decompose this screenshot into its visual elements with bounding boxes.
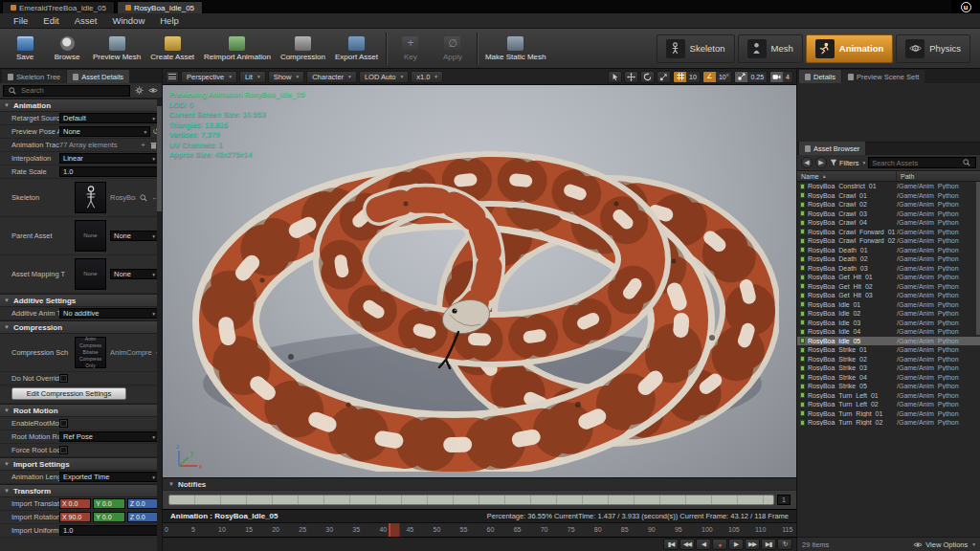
timeline-ruler[interactable]: 0 5 10 15 20 25 30 35 40 45 50 55 <box>163 522 796 537</box>
tab-skeleton-tree[interactable]: Skeleton Tree <box>2 70 66 83</box>
do-not-override-checkbox[interactable] <box>59 374 68 383</box>
mode-physics-button[interactable]: Physics <box>896 34 970 63</box>
rotation-x-field[interactable]: X 90.0 <box>59 512 91 522</box>
tab-preview-scene-settings[interactable]: Preview Scene Sett <box>842 70 924 83</box>
parent-asset-thumbnail[interactable]: None <box>75 220 106 252</box>
mode-mesh-button[interactable]: Mesh <box>738 34 803 63</box>
create-asset-button[interactable]: Create Asset <box>145 30 199 68</box>
scale-tool-icon[interactable] <box>657 71 671 83</box>
asset-row[interactable]: RosyBoa_Idle_05 /Game/Anim_Python <box>797 337 980 346</box>
asset-row[interactable]: RosyBoa_Idle_01 /Game/Anim_Python <box>797 300 980 310</box>
reimport-animation-button[interactable]: Reimport Animation <box>199 30 276 68</box>
enable-root-motion-checkbox[interactable] <box>59 419 68 428</box>
rotation-z-field[interactable]: Z 0.0 <box>127 512 159 522</box>
section-compression[interactable]: ▼ Compression <box>0 320 162 334</box>
back-button[interactable]: ◀ <box>801 157 813 168</box>
add-element-icon[interactable]: + <box>141 141 145 150</box>
window-tab[interactable]: EmeraldTreeBoa_Idle_05 <box>2 1 115 13</box>
root-motion-root-dropdown[interactable]: Ref Pose▾ <box>59 431 159 442</box>
viewport-toolbar-button[interactable]: LOD Auto ▾ <box>359 71 409 83</box>
details-search[interactable] <box>3 85 130 97</box>
export-asset-button[interactable]: Export Asset <box>330 30 383 68</box>
asset-search[interactable] <box>868 157 976 168</box>
grid-snap-control[interactable]: 10 <box>673 71 701 83</box>
play-button[interactable]: ▶ <box>728 539 744 550</box>
asset-row[interactable]: RosyBoa_Crawl_Forward_02 /Game/Anim_Pyth… <box>797 236 980 246</box>
asset-row[interactable]: RosyBoa_Crawl_04 /Game/Anim_Python <box>797 218 980 228</box>
animation-length-dropdown[interactable]: Exported Time▾ <box>59 472 159 482</box>
apply-button[interactable]: Apply <box>432 30 474 68</box>
menu-item[interactable]: Edit <box>35 15 66 26</box>
rotate-tool-icon[interactable] <box>640 71 655 83</box>
window-tab[interactable]: RosyBoa_Idle_05 <box>117 1 203 13</box>
viewport-toolbar-button[interactable]: Lit ▾ <box>239 71 266 83</box>
make-static-mesh-button[interactable]: Make Static Mesh <box>480 30 551 68</box>
edit-compression-settings-button[interactable]: Edit Compression Settings <box>11 387 126 400</box>
asset-row[interactable]: RosyBoa_Get_Hit_03 /Game/Anim_Python <box>797 291 980 300</box>
asset-row[interactable]: RosyBoa_Strike_03 /Game/Anim_Python <box>797 364 980 373</box>
asset-mapping-dropdown[interactable]: None▾ <box>110 269 159 279</box>
asset-row[interactable]: RosyBoa_Strike_04 /Game/Anim_Python <box>797 373 980 383</box>
asset-row[interactable]: RosyBoa_Turn_Left_02 /Game/Anim_Python <box>797 400 980 409</box>
camera-speed-control[interactable]: 4 <box>769 71 793 83</box>
notifies-track[interactable] <box>168 495 774 505</box>
compression-button[interactable]: Compression <box>276 30 330 68</box>
path-column-header[interactable]: Path <box>897 171 980 181</box>
force-root-lock-checkbox[interactable] <box>59 446 68 454</box>
rate-scale-input[interactable]: 1.0 <box>59 166 159 177</box>
retarget-source-dropdown[interactable]: Default▾ <box>59 113 159 123</box>
viewport-toolbar-button[interactable]: Show ▾ <box>268 71 305 83</box>
asset-row[interactable]: RosyBoa_Get_Hit_01 /Game/Anim_Python <box>797 273 980 282</box>
select-tool-icon[interactable] <box>608 71 622 83</box>
step-forward-button[interactable]: ▶▶ <box>745 539 760 550</box>
asset-mapping-thumbnail[interactable]: None <box>75 258 106 290</box>
viewport-toolbar-button[interactable]: Character ▾ <box>306 71 357 83</box>
asset-row[interactable]: RosyBoa_Crawl_03 /Game/Anim_Python <box>797 209 980 219</box>
mode-animation-button[interactable]: Animation <box>806 34 893 63</box>
preview-mesh-button[interactable]: Preview Mesh <box>88 30 145 68</box>
viewport-toolbar-button[interactable]: x1.0 ▾ <box>411 71 443 83</box>
step-back-button[interactable]: ◀◀ <box>679 539 695 550</box>
translation-x-field[interactable]: X 0.0 <box>59 498 91 509</box>
compression-thumbnail[interactable]: Anim Compress Bitwise Compress Only <box>75 337 106 368</box>
rotation-y-field[interactable]: Y 0.0 <box>93 512 124 522</box>
asset-row[interactable]: RosyBoa_Death_03 /Game/Anim_Python <box>797 264 980 274</box>
menu-item[interactable]: Window <box>104 15 152 26</box>
asset-row[interactable]: RosyBoa_Constrict_01 /Game/Anim_Python <box>797 182 980 191</box>
asset-row[interactable]: RosyBoa_Strike_02 /Game/Anim_Python <box>797 355 980 364</box>
viewport-options-icon[interactable] <box>166 71 179 83</box>
play-reverse-button[interactable]: ◀ <box>696 539 711 550</box>
parent-asset-dropdown[interactable]: None▾ <box>110 231 159 241</box>
menu-item[interactable]: Help <box>152 15 187 26</box>
browse-button[interactable]: Browse <box>46 30 88 68</box>
scale-snap-control[interactable]: 0.25 <box>734 71 768 83</box>
asset-list-scrollbar[interactable] <box>976 182 980 335</box>
view-options-button[interactable]: View Options ▾ <box>913 540 975 549</box>
to-end-button[interactable]: ▶▮ <box>761 539 776 550</box>
asset-row[interactable]: RosyBoa_Death_01 /Game/Anim_Python <box>797 246 980 255</box>
gear-icon[interactable] <box>133 85 145 97</box>
menu-item[interactable]: File <box>6 15 35 26</box>
asset-row[interactable]: RosyBoa_Crawl_Forward_01 /Game/Anim_Pyth… <box>797 228 980 237</box>
playhead[interactable] <box>389 523 399 537</box>
notifies-header[interactable]: ▼ Notifies <box>163 477 796 490</box>
tab-details[interactable]: Details <box>799 70 841 83</box>
loop-button[interactable]: ↻ <box>777 539 792 550</box>
tab-asset-details[interactable]: Asset Details <box>67 70 129 83</box>
asset-row[interactable]: RosyBoa_Strike_01 /Game/Anim_Python <box>797 345 980 355</box>
section-additive-settings[interactable]: ▼ Additive Settings <box>0 294 162 307</box>
name-column-header[interactable]: Name ▲ <box>797 171 897 181</box>
interpolation-dropdown[interactable]: Linear▾ <box>59 153 159 164</box>
details-scrollbar[interactable] <box>157 99 162 551</box>
asset-row[interactable]: RosyBoa_Turn_Right_02 /Game/Anim_Python <box>797 418 980 428</box>
asset-row[interactable]: RosyBoa_Turn_Right_01 /Game/Anim_Python <box>797 409 980 419</box>
section-import-settings[interactable]: ▼ Import Settings <box>0 457 162 471</box>
forward-button[interactable]: ▶ <box>815 157 827 168</box>
tab-asset-browser[interactable]: Asset Browser <box>799 142 865 155</box>
save-button[interactable]: Save <box>4 30 46 68</box>
notifies-lane-count[interactable]: 1 <box>777 495 791 505</box>
details-search-input[interactable] <box>21 86 126 95</box>
mode-skeleton-button[interactable]: Skeleton <box>657 34 735 63</box>
record-button[interactable]: ● <box>712 539 727 550</box>
preview-pose-dropdown[interactable]: None▾ <box>59 126 150 137</box>
